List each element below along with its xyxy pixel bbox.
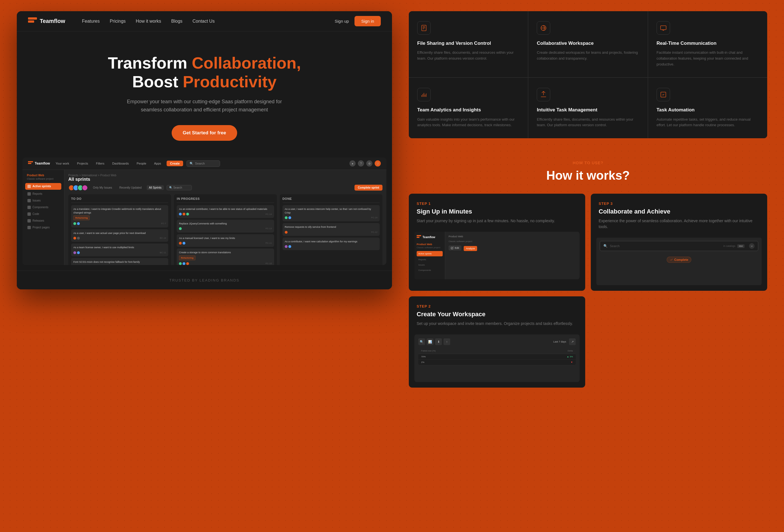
step1-proj-sub: Classic software project	[417, 246, 443, 249]
table-row[interactable]: As a contributor, I want new calculation…	[282, 238, 380, 250]
table-header-delta: Delta	[567, 350, 573, 352]
app-nav-filters[interactable]: Filters	[94, 160, 107, 166]
card-text: As a translator, I want to integrate Cro…	[73, 208, 161, 214]
app-topbar: Teamflow Your work Projects Filters Dash…	[22, 157, 386, 170]
table-row[interactable]: Create a storage to store common transla…	[177, 248, 274, 265]
app-search-bar[interactable]: 🔍 Search	[187, 160, 220, 167]
table-row[interactable]: Font SCSS-mixin does not recognise fallb…	[71, 258, 168, 265]
card-id: FC-13	[265, 227, 272, 230]
dashboard-content: Product Web Classic software project Act…	[22, 170, 386, 265]
step-1-desc: Start your journey by signing up in just…	[417, 218, 577, 224]
table-header-failed-row: Failed-row (%)	[421, 350, 436, 352]
step1-issues: Issues	[417, 263, 443, 267]
table-row[interactable]: As a user, I want to access intercom hel…	[282, 205, 380, 221]
column-progress-header: IN PROGRESS	[177, 197, 274, 203]
step1-reports: Reports	[417, 257, 443, 262]
step1-analyze-button[interactable]: Analyze	[464, 246, 477, 251]
features-grid: File Sharing and Version Control Efficie…	[409, 11, 767, 138]
app-logo-icon-small	[28, 161, 33, 166]
sprints-icon	[27, 185, 31, 188]
user-avatar[interactable]: U	[375, 160, 381, 167]
card-text: As a user, I want to access intercom hel…	[285, 208, 371, 214]
sidebar-code-label: Code	[32, 212, 39, 215]
table-row[interactable]: Remove requests to sify service from fro…	[282, 223, 380, 236]
app-nav-people[interactable]: People	[134, 160, 148, 166]
card-text: As an external contributor, I want to be…	[179, 208, 267, 210]
step1-edit-button[interactable]: Edit	[449, 245, 461, 250]
share-icon[interactable]: ↑	[444, 338, 450, 345]
sidebar-item-releases[interactable]: Releases	[25, 218, 61, 224]
chart-view-icon[interactable]: ↗	[569, 338, 576, 345]
feature-title: File Sharing and Version Control	[417, 40, 520, 47]
table-row[interactable]: As an external contributor, I want to be…	[177, 205, 274, 218]
nav-how-it-works[interactable]: How it works	[136, 19, 161, 24]
filter-recently-updated[interactable]: Recently Updated	[117, 185, 144, 190]
step3-search-area: 🔍 Search in catalogs IBM U	[596, 238, 762, 266]
table-row[interactable]: As a manual licensed User, I want to see…	[177, 234, 274, 247]
sidebar-item-issues[interactable]: Issues	[25, 198, 61, 204]
hero-section: Transform Collaboration, Boost Productiv…	[17, 31, 392, 157]
nav-contact[interactable]: Contact Us	[193, 19, 215, 24]
step-card-1: STEP 1 Sign Up in Minutes Start your jou…	[409, 194, 585, 291]
table-row[interactable]: As a team license owner, I want to use m…	[71, 243, 168, 256]
app-dashboard-preview: Teamflow Your work Projects Filters Dash…	[22, 157, 386, 265]
get-started-button[interactable]: Get Started for free	[172, 125, 237, 141]
search-tool-icon[interactable]: 🔍	[418, 338, 425, 345]
catalog-info: in catalogs IBM	[723, 244, 745, 247]
table-row[interactable]: As a translator, I want to integrate Cro…	[71, 205, 168, 228]
nav-pricings[interactable]: Pricings	[110, 19, 126, 24]
card-text: Font SCSS-mixin does not recognise fallb…	[73, 261, 140, 263]
column-done: DONE As a user, I want to access interco…	[280, 194, 383, 265]
hero-title-white-2: Boost	[132, 72, 183, 91]
step1-logo-icon	[417, 235, 421, 239]
step2-toolbar: 🔍 📊 ⬇ ↑ Last 7 days ↗	[418, 338, 576, 345]
components-icon	[27, 206, 31, 209]
feature-card-task-management: Intuitive Task Management Efficiently sh…	[528, 78, 647, 138]
signup-button[interactable]: Sign up	[335, 19, 349, 24]
notification-icon[interactable]: ●	[349, 160, 356, 167]
signin-button[interactable]: Sign in	[355, 16, 381, 26]
card-id: FC-11	[265, 241, 272, 244]
download-icon[interactable]: ⬇	[435, 338, 442, 345]
step1-main: Product Web Classic software project Edi…	[445, 232, 580, 279]
filter-all-sprints[interactable]: All Sprints	[147, 185, 164, 190]
sidebar-releases-label: Releases	[32, 219, 44, 222]
table-row[interactable]: As a user, I want to see actual user pag…	[71, 229, 168, 242]
feature-title: Real-Time Communication	[656, 40, 759, 47]
card-id: FC-19	[371, 216, 377, 219]
hero-title-orange-2: Productivity	[183, 72, 277, 91]
sidebar-item-components[interactable]: Components	[25, 204, 61, 210]
kanban-search-input[interactable]: 🔍 Search	[167, 185, 192, 190]
step2-table-header: Failed-row (%) Delta	[418, 348, 576, 354]
step3-search-bar[interactable]: 🔍 Search in catalogs IBM U	[600, 241, 758, 251]
feature-card-workspace: Collaborative Workspace Create dedicated…	[528, 11, 647, 77]
app-nav-your-work[interactable]: Your work	[53, 160, 72, 166]
app-nav-apps[interactable]: Apps	[152, 160, 163, 166]
app-nav-projects[interactable]: Projects	[75, 160, 90, 166]
table-row[interactable]: Replace JQueryComments with something FC…	[177, 220, 274, 233]
settings-icon[interactable]: ⚙	[366, 160, 372, 167]
nav-features[interactable]: Features	[82, 19, 100, 24]
left-panel: Teamflow Features Pricings How it works …	[17, 11, 392, 289]
feature-desc: Create dedicated workspaces for teams an…	[537, 50, 639, 62]
feature-title: Collaborative Workspace	[537, 40, 639, 47]
step3-user-icon: U	[749, 243, 755, 249]
table-row: 70% ▲ 3%	[418, 354, 576, 360]
table-row: 2% ▼	[418, 360, 576, 365]
sidebar-item-reports[interactable]: Reports	[25, 191, 61, 197]
bar-chart-icon[interactable]: 📊	[427, 338, 433, 345]
nav-blogs[interactable]: Blogs	[171, 19, 183, 24]
app-nav-dashboards[interactable]: Dashboards	[110, 160, 131, 166]
card-text: Replace JQueryComments with something	[179, 222, 227, 225]
complete-sprint-button[interactable]: Complete sprint	[355, 185, 383, 190]
feature-title: Task Automation	[656, 107, 759, 113]
app-create-button[interactable]: Create	[167, 160, 183, 166]
sidebar-project-sub: Classic software project	[25, 177, 61, 180]
sidebar-item-active-sprints[interactable]: Active sprints	[25, 183, 61, 190]
filter-my-issues[interactable]: Only My Issues	[91, 185, 114, 190]
avatar-4	[82, 185, 88, 191]
sidebar-item-project-pages[interactable]: Project pages	[25, 225, 61, 231]
steps-grid: STEP 1 Sign Up in Minutes Start your jou…	[409, 194, 767, 388]
help-icon[interactable]: ?	[358, 160, 364, 167]
sidebar-item-code[interactable]: Code	[25, 211, 61, 217]
